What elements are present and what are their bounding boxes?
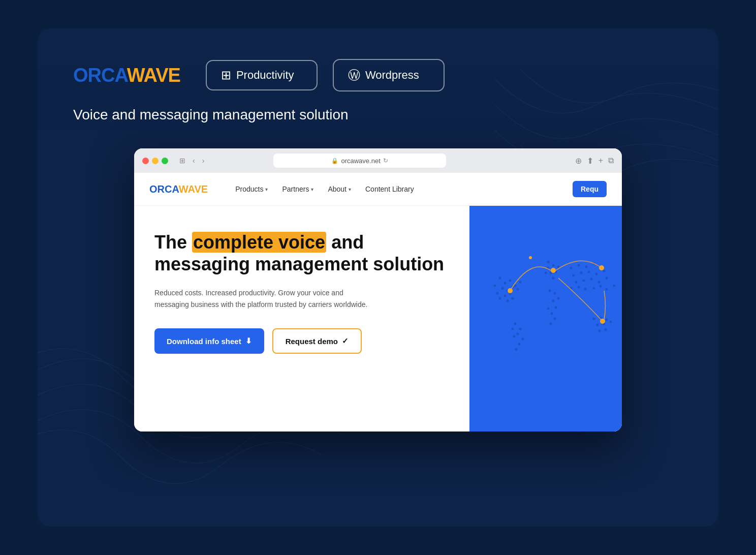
check-icon: ✓	[342, 336, 349, 346]
productivity-tag-button[interactable]: ⊞ Productivity	[206, 60, 318, 90]
browser-mockup: ⊞ ‹ › 🔒 orcawave.net ↻ ⊕ ⬆ + ⧉ ORCAWAVE	[134, 148, 622, 431]
svg-point-26	[552, 264, 555, 267]
download-icon[interactable]: ⊕	[575, 156, 582, 166]
wordpress-label: Wordpress	[365, 69, 419, 82]
site-logo-wave: WAVE	[179, 183, 208, 195]
header: ORCAWAVE ⊞ Productivity Ⓦ Wordpress	[73, 59, 683, 91]
svg-point-54	[590, 278, 593, 281]
svg-point-38	[551, 313, 553, 315]
minimize-dot[interactable]	[152, 158, 159, 164]
wordpress-icon: Ⓦ	[348, 67, 360, 83]
about-label: About	[328, 185, 346, 193]
reload-icon: ↻	[383, 157, 388, 164]
svg-point-30	[545, 272, 547, 274]
browser-controls: ⊞ ‹ ›	[177, 156, 206, 166]
request-demo-label: Request demo	[286, 337, 338, 346]
svg-point-55	[598, 281, 601, 284]
nav-item-about[interactable]: About ▾	[321, 182, 358, 196]
content-library-label: Content Library	[365, 185, 414, 193]
svg-point-24	[513, 335, 516, 338]
svg-point-76	[529, 256, 532, 259]
site-cta-button[interactable]: Requ	[573, 181, 607, 197]
world-map	[469, 206, 622, 431]
svg-point-36	[552, 300, 555, 302]
svg-point-33	[549, 290, 551, 292]
svg-point-43	[578, 264, 580, 267]
svg-point-2	[504, 282, 507, 285]
hero-left: The complete voice and messaging managem…	[134, 206, 469, 431]
wordpress-tag-button[interactable]: Ⓦ Wordpress	[333, 59, 445, 91]
svg-point-69	[610, 321, 612, 323]
svg-rect-0	[469, 207, 622, 430]
svg-point-72	[508, 288, 513, 293]
tabs-icon[interactable]: ⧉	[608, 156, 614, 166]
lock-icon: 🔒	[331, 158, 338, 164]
svg-point-59	[584, 288, 587, 291]
svg-point-21	[518, 343, 521, 346]
svg-point-66	[606, 319, 608, 321]
svg-point-20	[522, 338, 524, 341]
hero-title-highlight: complete voice	[192, 232, 326, 253]
productivity-label: Productivity	[236, 69, 294, 82]
svg-point-31	[552, 277, 555, 280]
svg-point-32	[547, 261, 550, 263]
svg-point-6	[501, 287, 504, 290]
nav-item-products[interactable]: Products ▾	[228, 182, 275, 196]
svg-point-34	[554, 292, 556, 295]
address-bar[interactable]: 🔒 orcawave.net ↻	[273, 153, 446, 168]
svg-point-75	[600, 319, 605, 324]
svg-point-19	[517, 333, 519, 335]
outer-card: ORCAWAVE ⊞ Productivity Ⓦ Wordpress Voic…	[38, 28, 718, 527]
svg-point-5	[519, 281, 522, 284]
download-info-sheet-button[interactable]: Download info sheet ⬇	[154, 328, 264, 354]
url-text: orcawave.net	[341, 157, 380, 165]
new-tab-icon[interactable]: +	[598, 156, 603, 166]
about-chevron: ▾	[349, 187, 351, 192]
back-button[interactable]: ‹	[191, 156, 197, 166]
request-demo-button[interactable]: Request demo ✓	[272, 328, 362, 354]
browser-dots	[142, 158, 168, 164]
svg-point-11	[504, 295, 507, 297]
svg-point-17	[514, 323, 517, 325]
svg-point-61	[600, 285, 602, 288]
svg-point-49	[588, 271, 590, 273]
logo-orca: ORCA	[73, 65, 127, 86]
svg-point-42	[570, 267, 573, 269]
svg-point-35	[557, 297, 560, 300]
svg-point-52	[575, 281, 578, 284]
hero-description: Reduced costs. Increased productivity. G…	[154, 287, 368, 310]
products-label: Products	[235, 185, 263, 193]
svg-point-50	[595, 273, 598, 275]
site-nav: ORCAWAVE Products ▾ Partners ▾ About ▾	[134, 173, 622, 206]
svg-point-16	[512, 297, 514, 300]
svg-point-9	[517, 288, 519, 291]
nav-item-content-library[interactable]: Content Library	[358, 182, 421, 196]
svg-point-23	[512, 328, 514, 330]
svg-point-15	[507, 300, 509, 302]
svg-point-14	[499, 297, 501, 300]
share-icon[interactable]: ⬆	[587, 156, 593, 166]
maximize-dot[interactable]	[162, 158, 168, 164]
close-dot[interactable]	[142, 158, 149, 164]
svg-point-56	[606, 277, 608, 280]
sidebar-toggle-button[interactable]: ⊞	[177, 156, 187, 166]
svg-point-10	[496, 292, 499, 295]
svg-point-22	[515, 348, 518, 351]
hero-title: The complete voice and messaging managem…	[154, 231, 449, 275]
partners-label: Partners	[282, 185, 309, 193]
svg-point-1	[499, 277, 501, 280]
svg-point-37	[555, 306, 557, 309]
svg-point-51	[603, 270, 606, 272]
svg-point-3	[509, 280, 512, 282]
hero-buttons: Download info sheet ⬇ Request demo ✓	[154, 328, 449, 354]
download-arrow-icon: ⬇	[245, 336, 252, 346]
forward-button[interactable]: ›	[200, 156, 207, 166]
svg-point-39	[547, 307, 550, 310]
svg-point-13	[494, 285, 496, 287]
main-subtitle: Voice and messaging management solution	[73, 107, 683, 123]
nav-item-partners[interactable]: Partners ▾	[275, 182, 321, 196]
svg-point-53	[583, 280, 585, 282]
svg-point-74	[599, 265, 604, 270]
svg-point-71	[605, 329, 607, 331]
hero-title-start: The	[154, 232, 192, 253]
